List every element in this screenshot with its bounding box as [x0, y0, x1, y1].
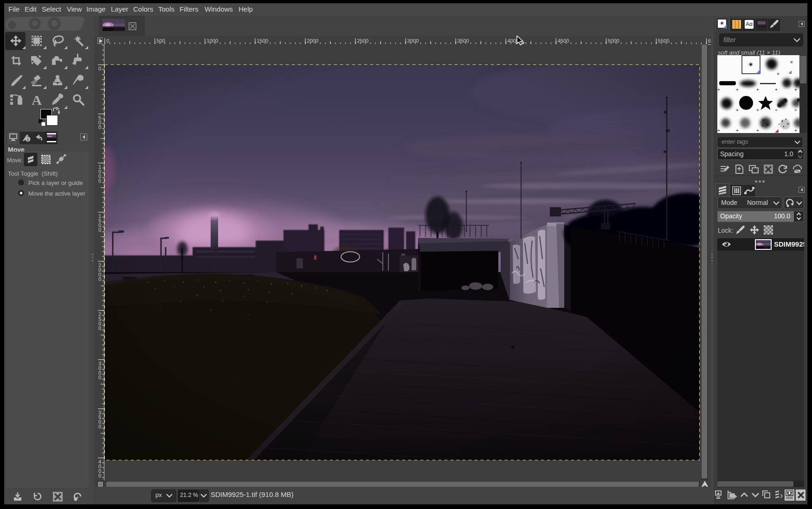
- svg-text:5500: 5500: [658, 38, 670, 44]
- svg-text:0: 0: [98, 325, 101, 331]
- svg-text:4500: 4500: [558, 38, 569, 44]
- svg-text:1000: 1000: [206, 38, 218, 44]
- svg-text:+: +: [756, 128, 759, 133]
- svg-text:+: +: [794, 87, 797, 92]
- svg-text:2000: 2000: [307, 38, 318, 44]
- svg-text:+: +: [794, 108, 797, 113]
- svg-text:+: +: [756, 87, 759, 92]
- svg-text:6000: 6000: [708, 38, 711, 44]
- svg-text:0: 0: [98, 375, 101, 380]
- svg-text:5000: 5000: [608, 38, 619, 44]
- svg-text:0: 0: [98, 124, 101, 130]
- svg-text:0: 0: [98, 66, 101, 71]
- svg-text:+: +: [794, 128, 797, 133]
- svg-text:3500: 3500: [458, 38, 469, 44]
- svg-text:+: +: [777, 71, 780, 76]
- svg-text:i: i: [27, 137, 29, 142]
- svg-text:+: +: [717, 87, 720, 92]
- svg-text:A: A: [32, 94, 42, 106]
- svg-text:500: 500: [156, 38, 165, 44]
- svg-text:+: +: [736, 128, 739, 133]
- svg-text:0: 0: [98, 473, 101, 478]
- svg-text:+: +: [717, 128, 720, 133]
- svg-text:0: 0: [98, 276, 101, 282]
- svg-text:0: 0: [98, 178, 101, 184]
- svg-text:0: 0: [106, 38, 109, 44]
- svg-text:+: +: [736, 108, 739, 113]
- svg-text:3000: 3000: [407, 38, 419, 44]
- svg-text:+: +: [736, 87, 739, 92]
- svg-text:0: 0: [98, 227, 101, 233]
- svg-text:+: +: [775, 108, 778, 113]
- svg-text:1500: 1500: [257, 38, 268, 44]
- svg-text:+: +: [756, 108, 759, 113]
- svg-text:+: +: [775, 87, 778, 92]
- svg-text:2500: 2500: [357, 38, 368, 44]
- svg-text:◢: ◢: [775, 128, 779, 133]
- svg-text:0: 0: [98, 424, 101, 429]
